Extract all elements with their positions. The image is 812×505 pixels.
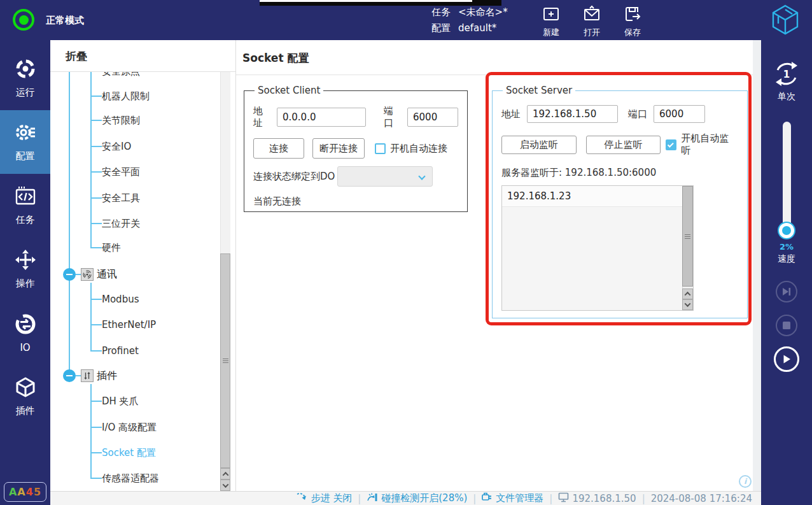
- brand-logo-icon: [769, 3, 802, 39]
- speed-slider[interactable]: [783, 122, 791, 234]
- tree-branch-line: [90, 72, 92, 248]
- sidebar-item-operate[interactable]: 操作: [0, 238, 50, 301]
- separator: |: [473, 493, 476, 504]
- status-bar: 步进 关闭 | 碰撞检测开启(28%) | 文件管理器 |: [50, 491, 761, 505]
- autoconnect-label: 开机自动连接: [390, 143, 447, 155]
- tree-item[interactable]: Modbus: [102, 292, 139, 307]
- tree-item[interactable]: I/O 高级配置: [102, 420, 157, 435]
- start-listen-button[interactable]: 启动监听: [501, 136, 577, 154]
- tree-stub: [90, 478, 102, 479]
- tree-stub: [90, 223, 102, 224]
- speed-label: 速度: [778, 253, 795, 265]
- plugin-cube-icon: [15, 376, 36, 401]
- tree-item[interactable]: EtherNet/IP: [102, 317, 156, 332]
- tree-item-clipped[interactable]: 安全原点: [102, 72, 140, 79]
- open-file-icon: [583, 5, 601, 25]
- network-icon: [558, 492, 569, 505]
- collapse-toggle-icon[interactable]: [63, 369, 76, 382]
- config-value: default*: [458, 20, 496, 36]
- client-port-label: 端口: [384, 105, 401, 129]
- sidebar-item-task[interactable]: 任务: [0, 174, 50, 238]
- speed-value: 2%: [780, 242, 794, 252]
- sidebar-item-config[interactable]: 配置: [0, 110, 50, 174]
- list-scroll-down-button[interactable]: [682, 299, 693, 310]
- tree-stub: [90, 299, 102, 300]
- info-icon[interactable]: i: [739, 475, 752, 488]
- autolisten-checkbox[interactable]: [666, 139, 676, 150]
- tree-item[interactable]: 传感器适配器: [102, 471, 159, 486]
- socket-server-legend: Socket Server: [503, 85, 575, 96]
- hardware-badge[interactable]: AA45: [4, 482, 46, 502]
- server-port-label: 端口: [628, 108, 647, 120]
- tree-scrollbar-thumb[interactable]: [220, 253, 230, 468]
- save-button[interactable]: 保存: [612, 5, 653, 38]
- collapse-toggle-icon[interactable]: [63, 268, 76, 281]
- tree-item[interactable]: 安全平面: [102, 164, 140, 180]
- tree-node-comm[interactable]: 通讯: [50, 267, 178, 282]
- tree-item[interactable]: 安全工具: [102, 190, 140, 206]
- chevron-down-icon: [419, 173, 426, 180]
- stop-listen-button[interactable]: 停止监听: [586, 136, 661, 154]
- open-button[interactable]: 打开: [571, 5, 612, 38]
- open-button-label: 打开: [584, 27, 600, 38]
- tree-stub: [90, 146, 102, 147]
- new-button[interactable]: 新建: [531, 5, 571, 38]
- top-bar: 正常模式 任务 <未命名>* 配置 default* 新建 打: [0, 0, 812, 40]
- tree-stub: [90, 96, 102, 97]
- collision-icon: [367, 492, 378, 505]
- status-indicator-icon: [13, 9, 34, 31]
- tree-item[interactable]: 三位开关: [102, 216, 140, 231]
- play-button[interactable]: [774, 346, 799, 372]
- client-list[interactable]: 192.168.1.23: [501, 185, 694, 311]
- file-manager-status[interactable]: 文件管理器: [482, 492, 543, 505]
- step-forward-button[interactable]: [776, 281, 797, 302]
- list-scroll-up-button[interactable]: [682, 288, 693, 299]
- sidebar-item-io[interactable]: IO: [0, 301, 50, 365]
- collapse-header[interactable]: 折叠: [50, 40, 235, 72]
- step-mode-status[interactable]: 步进 关闭: [297, 492, 352, 504]
- list-scrollbar-thumb[interactable]: [682, 186, 693, 287]
- disconnect-button[interactable]: 断开连接: [312, 138, 365, 159]
- connect-button[interactable]: 连接: [253, 138, 304, 159]
- socket-client-legend: Socket Client: [255, 85, 323, 96]
- scroll-up-button[interactable]: [220, 468, 230, 480]
- tree-stub: [90, 120, 102, 121]
- svg-text:1: 1: [783, 69, 790, 80]
- client-list-item[interactable]: 192.168.1.23: [502, 186, 693, 207]
- tree-stub: [90, 197, 102, 199]
- tree-item[interactable]: 机器人限制: [102, 89, 150, 104]
- tree-item[interactable]: Profinet: [102, 343, 139, 359]
- autoconnect-checkbox[interactable]: [375, 143, 386, 154]
- client-address-input[interactable]: [277, 108, 366, 127]
- task-config-info: 任务 <未命名>* 配置 default*: [431, 4, 508, 36]
- client-address-label: 地址: [253, 105, 270, 129]
- tree-node-label: 插件: [97, 369, 117, 383]
- separator: |: [358, 493, 361, 504]
- bind-do-dropdown[interactable]: [337, 166, 433, 187]
- task-code-icon: [15, 185, 36, 210]
- server-port-input[interactable]: [654, 105, 705, 123]
- sidebar-item-plugin[interactable]: 插件: [0, 365, 50, 429]
- tree-item[interactable]: DH 夹爪: [102, 394, 139, 409]
- server-address-input[interactable]: [527, 105, 618, 123]
- tree-item[interactable]: 硬件: [102, 240, 121, 255]
- collision-detect-status[interactable]: 碰撞检测开启(28%): [367, 492, 467, 505]
- sidebar-item-run[interactable]: 运行: [0, 46, 50, 110]
- config-tree-panel: 折叠 安全原点 机器人限制 关节限制 安全IO 安全平面 安全工具 三位开关 硬…: [50, 40, 236, 491]
- tree-node-plugin[interactable]: 插件: [50, 368, 178, 383]
- single-run-icon[interactable]: 1: [772, 59, 801, 91]
- tree-stub: [90, 247, 102, 248]
- socket-server-group: Socket Server 地址 端口 启动监听 停止监听 开机自动监听 服务器…: [492, 85, 748, 318]
- separator: |: [642, 493, 645, 504]
- scroll-down-button[interactable]: [220, 480, 230, 491]
- stop-button[interactable]: [776, 315, 797, 336]
- speed-slider-thumb[interactable]: [779, 223, 794, 238]
- config-label: 配置: [431, 20, 451, 36]
- file-manager-icon: [482, 492, 493, 505]
- tree-item-socket-config[interactable]: Socket 配置: [102, 445, 156, 460]
- tree-item[interactable]: 关节限制: [102, 113, 140, 128]
- client-status-text: 当前无连接: [253, 196, 301, 208]
- run-icon: [15, 58, 36, 82]
- client-port-input[interactable]: [407, 108, 458, 127]
- tree-item[interactable]: 安全IO: [102, 139, 131, 154]
